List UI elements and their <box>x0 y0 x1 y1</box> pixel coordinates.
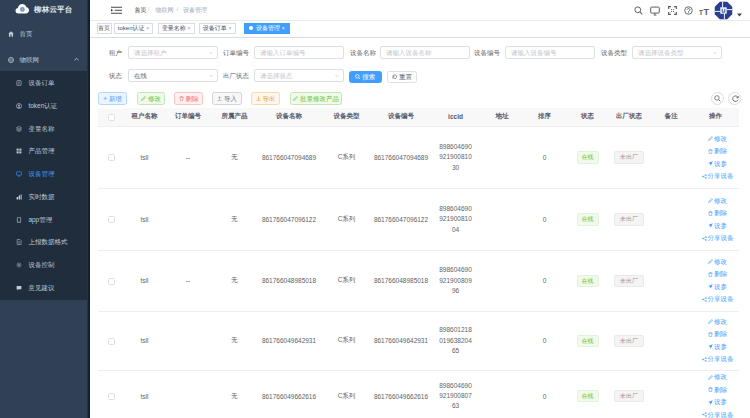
svg-text:T: T <box>703 6 709 16</box>
svg-text:T: T <box>699 8 703 15</box>
